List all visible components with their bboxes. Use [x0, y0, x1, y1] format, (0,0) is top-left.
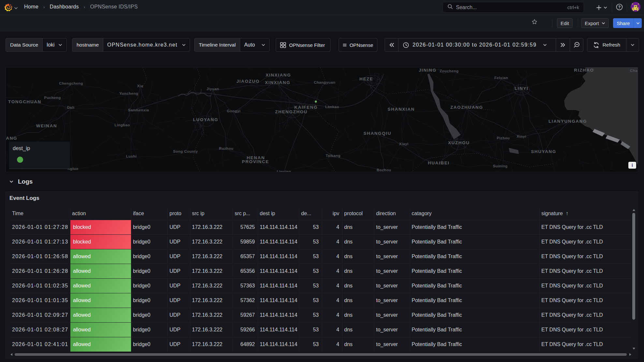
cell-Time: 2026-01-01 01:26:58 [10, 249, 70, 264]
cell-de: 53 [300, 337, 322, 352]
column-header-destip[interactable]: dest ip [258, 207, 300, 220]
table-row[interactable]: 2026-01-01 01:02:35allowedbridge0UDP172.… [10, 278, 631, 293]
table-row[interactable]: 2026-01-01 02:41:01allowedbridge0UDP172.… [10, 337, 631, 352]
cell-de: 53 [300, 220, 322, 234]
svg-text:Dali: Dali [67, 105, 75, 109]
column-header-iface[interactable]: iface [131, 207, 168, 220]
opnsense-menu-button[interactable]: OPNsense [339, 38, 377, 52]
svg-text:XUZHOU: XUZHOU [448, 140, 470, 145]
cell-srcip: 172.16.3.222 [190, 235, 233, 249]
column-header-action[interactable]: action [70, 207, 131, 220]
scrollbar-thumb[interactable] [15, 353, 627, 356]
column-header-proto[interactable]: proto [168, 207, 190, 220]
refresh-button[interactable]: Refresh [587, 38, 626, 51]
logs-row-title[interactable]: Logs [18, 178, 33, 185]
share-button[interactable]: Share [613, 18, 634, 28]
avatar[interactable] [631, 2, 640, 13]
cell-catagory: Potentially Bad Traffic [410, 308, 540, 322]
scrollbar-thumb[interactable] [632, 213, 635, 320]
breadcrumb-dashboards[interactable]: Dashboards [50, 4, 79, 10]
edit-button[interactable]: Edit [557, 18, 573, 28]
svg-text:Felxian: Felxian [494, 76, 508, 80]
svg-text:Lushi: Lushi [126, 154, 137, 158]
scroll-down-arrow-icon[interactable] [633, 348, 635, 350]
time-shift-forward-button[interactable] [556, 38, 570, 51]
column-header-Time[interactable]: Time [10, 207, 70, 220]
export-button[interactable]: Export [581, 18, 609, 28]
cell-iface: bridge0 [131, 279, 168, 293]
grafana-logo[interactable] [4, 3, 13, 13]
cell-iface: bridge0 [131, 337, 168, 352]
refresh-interval-dropdown[interactable] [626, 38, 639, 51]
org-switcher-chevron-icon[interactable] [14, 6, 18, 11]
cell-direction: to_server [374, 264, 410, 278]
column-header-direction[interactable]: direction [374, 207, 410, 220]
breadcrumb-home[interactable]: Home [24, 4, 38, 10]
table-row[interactable]: 2026-01-01 01:27:13blockedbridge0UDP172.… [10, 234, 631, 249]
table-row[interactable]: 2026-01-01 02:09:27allowedbridge0UDP172.… [10, 308, 631, 322]
column-header-catagory[interactable]: catagory [410, 207, 540, 220]
column-header-signature[interactable]: signature↑ [540, 207, 631, 220]
dashboard-actions-bar: Edit Export Share [0, 15, 644, 31]
cell-proto: UDP [168, 293, 190, 308]
cell-proto: UDP [168, 308, 190, 322]
collapse-chevron-icon[interactable] [9, 179, 14, 185]
cell-ipv: 4 [322, 337, 343, 352]
double-chevron-right-icon [560, 43, 565, 47]
map-attribution-button[interactable]: i [628, 162, 636, 169]
logs-row-header[interactable]: Logs [0, 172, 644, 191]
variable-interval-value[interactable]: Auto [240, 38, 269, 51]
search-placeholder: Search... [456, 5, 564, 10]
column-header-srcp[interactable]: src p... [233, 207, 258, 220]
panel-title[interactable]: Event Logs [9, 195, 39, 202]
table-row[interactable]: 2026-01-01 01:26:58allowedbridge0UDP172.… [10, 249, 631, 264]
time-range-button[interactable]: 2026-01-01 00:30:00 to 2026-01-01 02:59:… [398, 38, 556, 51]
hamburger-menu-icon [343, 43, 346, 48]
map-canvas[interactable]: TONGCHUANWEINANYANGLUOYANGJIAOZUOXINXIAN… [6, 67, 638, 172]
table-vertical-scrollbar[interactable] [632, 208, 636, 350]
opnsense-filter-button[interactable]: OPNsense Filter [276, 38, 330, 52]
time-zoom-out-button[interactable] [570, 38, 583, 51]
cell-srcip: 172.16.3.222 [190, 264, 233, 278]
cell-Time: 2026-01-01 01:01:35 [10, 293, 70, 308]
column-header-protocol[interactable]: protocol [343, 207, 374, 220]
cell-direction: to_server [374, 220, 410, 234]
variable-datasource-value[interactable]: loki [43, 38, 66, 51]
geomap-panel[interactable]: TONGCHUANWEINANYANGLUOYANGJIAOZUOXINXIAN… [6, 67, 638, 172]
search-icon [447, 4, 453, 11]
clock-icon [403, 42, 409, 48]
scroll-up-arrow-icon[interactable] [633, 209, 635, 211]
add-button[interactable] [596, 5, 607, 10]
map-legend-symbol [17, 157, 23, 163]
svg-text:LUOYANG: LUOYANG [193, 117, 218, 122]
breadcrumb-separator-icon: › [43, 5, 45, 9]
cell-srcp: 57363 [233, 279, 258, 293]
cell-de: 53 [300, 279, 322, 293]
favorite-star-icon[interactable] [532, 19, 537, 26]
table-header-row: Timeactionifaceprotosrc ipsrc p...dest i… [10, 207, 631, 220]
table-row[interactable]: 2026-01-01 02:08:27allowedbridge0UDP172.… [10, 322, 631, 337]
table-row[interactable]: 2026-01-01 01:27:28blockedbridge0UDP172.… [10, 220, 631, 234]
search-input[interactable]: Search... ctrl+k [443, 2, 584, 13]
scroll-right-arrow-icon[interactable] [629, 353, 631, 356]
svg-text:SHANXIAN: SHANXIAN [388, 107, 415, 112]
help-button[interactable]: ? [616, 4, 623, 12]
table-horizontal-scrollbar[interactable] [10, 352, 631, 357]
map-legend: dest_ip [9, 142, 70, 169]
cell-protocol: dns [343, 337, 374, 352]
refresh-icon [593, 42, 599, 48]
share-dropdown-button[interactable] [634, 18, 642, 28]
table-row[interactable]: 2026-01-01 01:01:35allowedbridge0UDP172.… [10, 293, 631, 308]
column-header-ipv[interactable]: ipv [322, 207, 343, 220]
cell-srcip: 172.16.3.222 [190, 279, 233, 293]
table-row[interactable]: 2026-01-01 01:26:28allowedbridge0UDP172.… [10, 264, 631, 278]
time-shift-back-button[interactable] [385, 38, 398, 51]
variable-hostname-value[interactable]: OPNSense.home.kre3.net [103, 38, 190, 51]
svg-text:Jiyuan: Jiyuan [207, 87, 219, 91]
chevron-down-icon [261, 43, 265, 47]
scroll-left-arrow-icon[interactable] [10, 353, 12, 356]
column-header-de[interactable]: de... [300, 207, 322, 220]
cell-signature: ET DNS Query for .cc TLD [540, 249, 631, 264]
column-header-srcip[interactable]: src ip [190, 207, 233, 220]
svg-text:HEZE: HEZE [359, 77, 373, 81]
